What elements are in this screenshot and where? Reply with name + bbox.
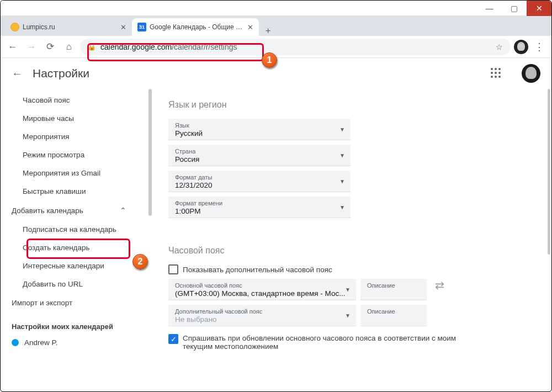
annotation-badge-1: 1 bbox=[262, 52, 277, 68]
annotation-badge-2: 2 bbox=[132, 254, 148, 269]
field-value: 1:00PM bbox=[175, 207, 345, 215]
tab-lumpics[interactable]: Lumpics.ru ✕ bbox=[5, 18, 132, 36]
secondary-timezone-select[interactable]: Дополнительный часовой пояс Не выбрано ▼ bbox=[168, 305, 356, 326]
dropdown-arrow-icon: ▼ bbox=[339, 152, 345, 158]
dropdown-arrow-icon: ▼ bbox=[339, 178, 345, 184]
section-title-language: Язык и регион bbox=[168, 100, 535, 110]
settings-back-button[interactable]: ← bbox=[12, 67, 23, 80]
checkbox-label: Спрашивать при обновлении основного часо… bbox=[183, 334, 459, 351]
favicon-lumpics bbox=[10, 23, 19, 31]
field-value: Русский bbox=[175, 129, 345, 137]
settings-main: Язык и регион Язык Русский ▼ Страна Росс… bbox=[152, 89, 551, 391]
browser-menu-button[interactable]: ⋮ bbox=[532, 41, 547, 53]
field-value: Россия bbox=[175, 155, 345, 163]
sidebar-item-events[interactable]: Мероприятия bbox=[1, 128, 152, 146]
tab-title: Google Календарь - Общие нас bbox=[150, 23, 244, 31]
calendar-name: Andrew P. bbox=[24, 338, 58, 347]
tab-google-calendar[interactable]: 31 Google Календарь - Общие нас ✕ bbox=[132, 18, 259, 36]
sidebar-item-interesting-calendars[interactable]: Интересные календари bbox=[1, 257, 152, 275]
account-avatar[interactable] bbox=[522, 64, 540, 83]
field-label: Формат даты bbox=[175, 174, 345, 181]
field-label: Описание bbox=[367, 282, 421, 289]
calendar-color-dot bbox=[12, 339, 19, 346]
swap-timezones-icon[interactable]: ⇅ bbox=[433, 281, 446, 290]
dropdown-arrow-icon: ▼ bbox=[345, 312, 351, 319]
field-label: Основной часовой пояс bbox=[175, 282, 351, 289]
sidebar-heading-my-calendars: Настройки моих календарей bbox=[1, 312, 152, 335]
page-title: Настройки bbox=[33, 67, 89, 80]
sidebar-item-timezone[interactable]: Часовой пояс bbox=[1, 91, 152, 109]
checkbox-label: Показывать дополнительный часовой пояс bbox=[183, 266, 332, 274]
secondary-tz-description-input[interactable]: Описание bbox=[360, 305, 427, 326]
back-button[interactable]: ← bbox=[5, 39, 20, 55]
tab-close-icon[interactable]: ✕ bbox=[120, 23, 126, 31]
field-label: Дополнительный часовой пояс bbox=[175, 308, 351, 315]
primary-tz-description-input[interactable]: Описание bbox=[360, 279, 427, 300]
sidebar-item-world-clock[interactable]: Мировые часы bbox=[1, 109, 152, 128]
bookmark-star-icon[interactable]: ☆ bbox=[496, 43, 503, 51]
home-button[interactable]: ⌂ bbox=[61, 39, 77, 55]
show-secondary-tz-checkbox[interactable] bbox=[168, 264, 178, 274]
field-value: Не выбрано bbox=[175, 315, 351, 324]
ask-timezone-update-checkbox[interactable]: ✓ bbox=[168, 334, 178, 344]
field-label: Страна bbox=[175, 148, 345, 155]
field-value: (GMT+03:00) Москва, стандартное время - … bbox=[175, 289, 351, 298]
time-format-select[interactable]: Формат времени 1:00PM ▼ bbox=[168, 197, 351, 218]
sidebar-calendar-item[interactable]: Andrew P. bbox=[1, 335, 152, 350]
country-select[interactable]: Страна Россия ▼ bbox=[168, 145, 351, 166]
date-format-select[interactable]: Формат даты 12/31/2020 ▼ bbox=[168, 171, 351, 192]
tab-title: Lumpics.ru bbox=[23, 23, 117, 31]
tab-strip: Lumpics.ru ✕ 31 Google Календарь - Общие… bbox=[1, 16, 551, 36]
window-maximize[interactable]: ▢ bbox=[502, 1, 527, 16]
field-value: 12/31/2020 bbox=[175, 181, 345, 189]
dropdown-arrow-icon: ▼ bbox=[339, 126, 345, 133]
sidebar-item-gmail-events[interactable]: Мероприятия из Gmail bbox=[1, 164, 152, 182]
field-label: Формат времени bbox=[175, 200, 345, 206]
language-select[interactable]: Язык Русский ▼ bbox=[168, 119, 351, 140]
field-label: Описание bbox=[367, 308, 421, 315]
sidebar-item-create-calendar[interactable]: Создать календарь bbox=[1, 239, 152, 257]
tab-close-icon[interactable]: ✕ bbox=[247, 23, 253, 31]
profile-avatar[interactable] bbox=[514, 40, 528, 54]
sidebar-item-add-by-url[interactable]: Добавить по URL bbox=[1, 275, 152, 293]
sidebar-item-import-export[interactable]: Импорт и экспорт bbox=[1, 293, 152, 312]
sidebar-section-add-calendar[interactable]: Добавить календарь ⌃ bbox=[1, 200, 152, 220]
chevron-up-icon: ⌃ bbox=[120, 206, 126, 215]
sidebar-section-label: Добавить календарь bbox=[12, 206, 83, 215]
window-close[interactable]: ✕ bbox=[527, 1, 551, 16]
forward-button[interactable]: → bbox=[24, 39, 39, 55]
section-title-timezone: Часовой пояс bbox=[168, 246, 535, 256]
favicon-gcal: 31 bbox=[137, 23, 146, 31]
dropdown-arrow-icon: ▼ bbox=[345, 287, 351, 293]
address-bar[interactable]: 🔒 calendar.google.com/calendar/r/setting… bbox=[80, 39, 511, 55]
settings-sidebar: Часовой пояс Мировые часы Мероприятия Ре… bbox=[1, 89, 152, 391]
sidebar-item-label: Импорт и экспорт bbox=[12, 299, 72, 307]
sidebar-item-shortcuts[interactable]: Быстрые клавиши bbox=[1, 182, 152, 200]
field-label: Язык bbox=[175, 122, 345, 129]
lock-icon: 🔒 bbox=[88, 43, 96, 51]
browser-toolbar: ← → ⟳ ⌂ 🔒 calendar.google.com/calendar/r… bbox=[1, 36, 551, 58]
dropdown-arrow-icon: ▼ bbox=[339, 204, 345, 210]
primary-timezone-select[interactable]: Основной часовой пояс (GMT+03:00) Москва… bbox=[168, 279, 356, 300]
sidebar-item-subscribe-calendar[interactable]: Подписаться на календарь bbox=[1, 220, 152, 239]
new-tab-button[interactable]: + bbox=[259, 26, 277, 36]
reload-button[interactable]: ⟳ bbox=[43, 39, 58, 55]
google-apps-icon[interactable] bbox=[491, 68, 502, 79]
window-minimize[interactable]: — bbox=[477, 1, 502, 16]
scrollbar-thumb[interactable] bbox=[548, 89, 550, 255]
sidebar-item-view-mode[interactable]: Режим просмотра bbox=[1, 146, 152, 164]
url-text: calendar.google.com/calendar/r/settings bbox=[100, 43, 491, 51]
